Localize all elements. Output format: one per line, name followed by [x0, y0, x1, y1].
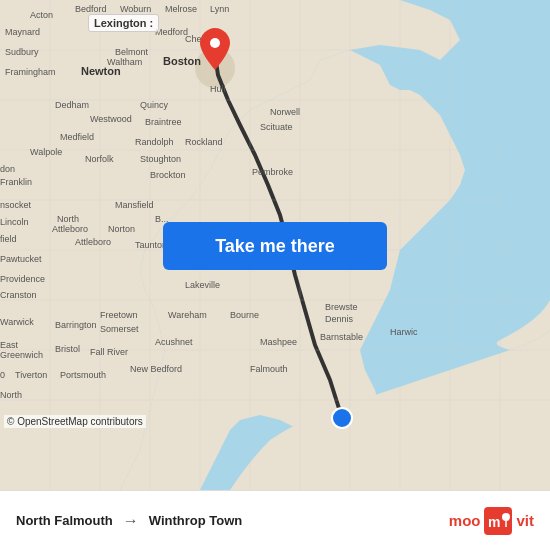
svg-text:Randolph: Randolph — [135, 137, 174, 147]
svg-text:m: m — [488, 514, 500, 530]
svg-text:Falmouth: Falmouth — [250, 364, 288, 374]
svg-text:Greenwich: Greenwich — [0, 350, 43, 360]
svg-text:Acushnet: Acushnet — [155, 337, 193, 347]
svg-text:Medfield: Medfield — [60, 132, 94, 142]
svg-text:Westwood: Westwood — [90, 114, 132, 124]
svg-text:Dennis: Dennis — [325, 314, 354, 324]
svg-text:Belmont: Belmont — [115, 47, 149, 57]
svg-text:Norfolk: Norfolk — [85, 154, 114, 164]
svg-text:New Bedford: New Bedford — [130, 364, 182, 374]
lexington-label: Lexington : — [88, 14, 159, 32]
svg-text:North: North — [0, 390, 22, 400]
svg-text:Attleboro: Attleboro — [52, 224, 88, 234]
svg-text:East: East — [0, 340, 19, 350]
svg-text:Fall River: Fall River — [90, 347, 128, 357]
svg-text:Framingham: Framingham — [5, 67, 56, 77]
svg-text:Boston: Boston — [163, 55, 201, 67]
svg-text:Freetown: Freetown — [100, 310, 138, 320]
moovit-text: moo — [449, 512, 481, 529]
svg-text:Rockland: Rockland — [185, 137, 223, 147]
svg-text:Franklin: Franklin — [0, 177, 32, 187]
svg-text:0: 0 — [0, 370, 5, 380]
route-info: North Falmouth → Winthrop Town — [16, 512, 449, 530]
svg-text:Providence: Providence — [0, 274, 45, 284]
svg-text:Tiverton: Tiverton — [15, 370, 47, 380]
svg-text:North: North — [57, 214, 79, 224]
svg-text:Lynn: Lynn — [210, 4, 229, 14]
moovit-logo: moo m vit — [449, 507, 534, 535]
svg-text:Brewste: Brewste — [325, 302, 358, 312]
map-attribution: © OpenStreetMap contributors — [4, 415, 146, 428]
svg-text:Wareham: Wareham — [168, 310, 207, 320]
svg-point-3 — [340, 453, 420, 477]
svg-text:Norwell: Norwell — [270, 107, 300, 117]
svg-text:Pawtucket: Pawtucket — [0, 254, 42, 264]
svg-text:Newton: Newton — [81, 65, 121, 77]
svg-text:Attleboro: Attleboro — [75, 237, 111, 247]
take-me-there-button[interactable]: Take me there — [163, 222, 387, 270]
svg-text:Walpole: Walpole — [30, 147, 62, 157]
svg-point-93 — [210, 38, 220, 48]
svg-text:don: don — [0, 164, 15, 174]
moovit-icon: m — [484, 507, 512, 535]
svg-point-96 — [502, 513, 510, 521]
svg-text:Maynard: Maynard — [5, 27, 40, 37]
svg-text:nsocket: nsocket — [0, 200, 32, 210]
svg-text:Stoughton: Stoughton — [140, 154, 181, 164]
svg-text:Sudbury: Sudbury — [5, 47, 39, 57]
svg-text:Barnstable: Barnstable — [320, 332, 363, 342]
svg-text:Somerset: Somerset — [100, 324, 139, 334]
svg-text:Mashpee: Mashpee — [260, 337, 297, 347]
map-container: Acton Bedford Woburn Melrose Lynn Maynar… — [0, 0, 550, 490]
svg-text:Lincoln: Lincoln — [0, 217, 29, 227]
svg-text:Quincy: Quincy — [140, 100, 169, 110]
svg-text:Mansfield: Mansfield — [115, 200, 154, 210]
svg-text:Braintree: Braintree — [145, 117, 182, 127]
svg-text:Bedford: Bedford — [75, 4, 107, 14]
route-arrow-icon: → — [123, 512, 139, 530]
svg-text:Pembroke: Pembroke — [252, 167, 293, 177]
svg-text:Barrington: Barrington — [55, 320, 97, 330]
svg-text:Woburn: Woburn — [120, 4, 151, 14]
svg-text:Warwick: Warwick — [0, 317, 34, 327]
svg-point-92 — [332, 408, 352, 428]
svg-text:Hull: Hull — [210, 84, 226, 94]
svg-text:Melrose: Melrose — [165, 4, 197, 14]
svg-text:Scituate: Scituate — [260, 122, 293, 132]
origin-label: North Falmouth — [16, 513, 113, 528]
svg-text:Bristol: Bristol — [55, 344, 80, 354]
svg-text:Norton: Norton — [108, 224, 135, 234]
svg-point-4 — [430, 467, 490, 483]
moovit-text2: vit — [516, 512, 534, 529]
destination-label: Winthrop Town — [149, 513, 243, 528]
lexington-text: Lexington : — [94, 17, 153, 29]
bottom-bar: North Falmouth → Winthrop Town moo m vit — [0, 490, 550, 550]
svg-text:Portsmouth: Portsmouth — [60, 370, 106, 380]
svg-text:Brockton: Brockton — [150, 170, 186, 180]
svg-text:Acton: Acton — [30, 10, 53, 20]
svg-text:Cranston: Cranston — [0, 290, 37, 300]
svg-text:Dedham: Dedham — [55, 100, 89, 110]
svg-text:Harwic: Harwic — [390, 327, 418, 337]
button-label: Take me there — [215, 236, 335, 257]
svg-text:Bourne: Bourne — [230, 310, 259, 320]
svg-text:field: field — [0, 234, 17, 244]
svg-text:Lakeville: Lakeville — [185, 280, 220, 290]
svg-text:Medford: Medford — [155, 27, 188, 37]
